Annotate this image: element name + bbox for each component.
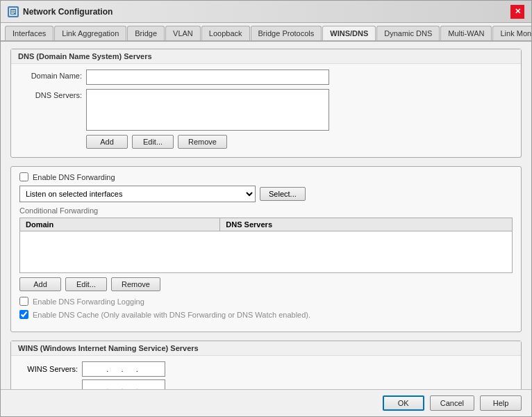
enable-forwarding-logging-row: Enable DNS Forwarding Logging	[19, 297, 513, 306]
wins-section-title: WINS (Windows Internet Naming Service) S…	[11, 341, 521, 356]
dns-edit-button[interactable]: Edit...	[132, 135, 174, 149]
dns-btn-row: Add Edit... Remove	[86, 135, 513, 149]
footer: OK Cancel Help	[1, 389, 531, 416]
help-button[interactable]: Help	[480, 395, 522, 411]
wins-ip1-input[interactable]	[82, 361, 165, 377]
window-title: Network Configuration	[23, 7, 113, 17]
conditional-forwarding-table: Domain DNS Servers	[19, 218, 513, 273]
tab-bar: Interfaces Link Aggregation Bridge VLAN …	[1, 23, 531, 42]
select-interfaces-button[interactable]: Select...	[260, 187, 306, 201]
dns-remove-button[interactable]: Remove	[178, 135, 227, 149]
tab-dynamic-dns[interactable]: Dynamic DNS	[376, 26, 440, 40]
conditional-forwarding-label: Conditional Forwarding	[19, 206, 513, 215]
listen-interfaces-dropdown[interactable]: Listen on selected interfaces Listen on …	[19, 186, 256, 202]
enable-dns-cache-label: Enable DNS Cache (Only available with DN…	[33, 311, 310, 319]
tab-link-aggregation[interactable]: Link Aggregation	[54, 26, 126, 40]
enable-forwarding-logging-label: Enable DNS Forwarding Logging	[33, 297, 144, 306]
cancel-button[interactable]: Cancel	[430, 395, 474, 411]
tab-bridge[interactable]: Bridge	[127, 26, 165, 40]
cf-btn-row: Add Edit... Remove	[19, 277, 513, 291]
dns-servers-row: DNS Servers:	[19, 89, 513, 131]
svg-rect-1	[11, 10, 15, 11]
dns-add-button[interactable]: Add	[86, 135, 128, 149]
cf-col-dns-servers: DNS Servers	[220, 218, 513, 231]
tab-loopback[interactable]: Loopback	[201, 26, 250, 40]
content-area: DNS (Domain Name System) Servers Domain …	[1, 42, 531, 389]
wins-servers-row1: WINS Servers:	[19, 361, 513, 377]
enable-dns-cache-checkbox[interactable]	[19, 310, 28, 319]
cf-edit-button[interactable]: Edit...	[65, 277, 107, 291]
tab-wins-dns[interactable]: WINS/DNS	[322, 26, 376, 42]
dns-servers-label: DNS Servers:	[19, 89, 82, 99]
title-bar: Network Configuration ✕	[1, 1, 531, 23]
main-window: Network Configuration ✕ Interfaces Link …	[0, 0, 532, 417]
tab-vlan[interactable]: VLAN	[165, 26, 201, 40]
svg-rect-2	[11, 12, 15, 13]
wins-servers-label: WINS Servers:	[19, 365, 78, 373]
tab-link-monitor[interactable]: Link Monitor	[492, 26, 531, 40]
domain-name-input[interactable]	[86, 70, 329, 85]
wins-servers-row2	[82, 379, 513, 389]
tab-multi-wan[interactable]: Multi-WAN	[440, 26, 492, 40]
close-button[interactable]: ✕	[510, 5, 524, 19]
enable-dns-forwarding-checkbox[interactable]	[19, 172, 28, 181]
dns-servers-input[interactable]	[86, 89, 329, 131]
cf-remove-button[interactable]: Remove	[111, 277, 160, 291]
svg-rect-3	[11, 13, 14, 14]
tab-bridge-protocols[interactable]: Bridge Protocols	[251, 26, 322, 40]
cf-empty-row	[20, 231, 513, 273]
tab-interfaces[interactable]: Interfaces	[5, 26, 53, 40]
domain-name-label: Domain Name:	[19, 70, 82, 80]
cf-col-domain: Domain	[20, 218, 220, 231]
enable-forwarding-logging-checkbox[interactable]	[19, 297, 28, 306]
domain-name-row: Domain Name:	[19, 70, 513, 85]
wins-section: WINS (Windows Internet Naming Service) S…	[10, 341, 522, 389]
ok-button[interactable]: OK	[383, 395, 424, 411]
dns-section: DNS (Domain Name System) Servers Domain …	[10, 49, 522, 158]
enable-dns-forwarding-row: Enable DNS Forwarding	[19, 172, 513, 181]
forwarding-section: Enable DNS Forwarding Listen on selected…	[10, 166, 522, 332]
window-icon	[8, 6, 19, 17]
listen-interfaces-row: Listen on selected interfaces Listen on …	[19, 186, 513, 202]
dns-section-title: DNS (Domain Name System) Servers	[11, 49, 521, 64]
enable-dns-cache-row: Enable DNS Cache (Only available with DN…	[19, 310, 513, 319]
enable-dns-forwarding-label: Enable DNS Forwarding	[33, 173, 115, 181]
cf-add-button[interactable]: Add	[19, 277, 61, 291]
wins-ip2-input[interactable]	[82, 379, 165, 389]
